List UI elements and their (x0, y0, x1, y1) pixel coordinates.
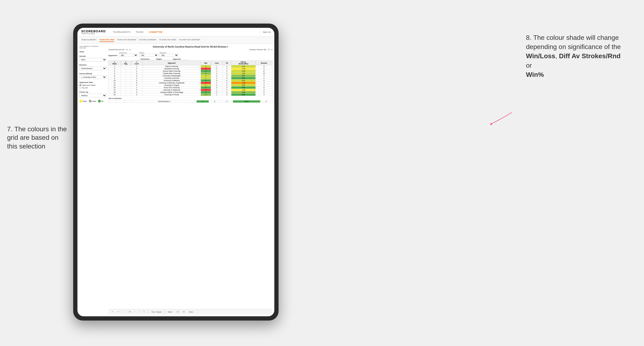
td-ood-reg (116, 100, 124, 103)
td-diff-3: 1.83 (231, 72, 256, 75)
toolbar-redo[interactable]: ↪ (116, 310, 120, 313)
td-diff-11: 4.50 (231, 91, 256, 94)
legend-down: Down (79, 100, 87, 103)
td-win-0: 2 (201, 65, 211, 68)
sub-nav-player-h2h-grid[interactable]: PLAYER H2H GRID (159, 38, 176, 42)
gender-select[interactable]: Men's (79, 58, 106, 61)
td-reg-3: - (121, 72, 131, 75)
annotation-bold-diffav: Diff Av Strokes/Rnd (559, 52, 621, 60)
td-rounds-9: 9 (256, 86, 272, 89)
toolbar-undo[interactable]: ↩ (111, 310, 114, 313)
td-tie-9: 0 (222, 86, 231, 89)
toolbar-grid[interactable]: ⊞ (182, 310, 186, 313)
sidebar-opponent-view: Opponent View Opponents Played Top 100 (79, 81, 106, 89)
td-ood-diff: 26.00 (233, 100, 260, 103)
td-reg-2: - (121, 70, 131, 72)
td-rank-3: 6 (108, 72, 121, 75)
td-tie-8: 0 (222, 84, 231, 86)
toolbar-tools[interactable]: ⊞ (128, 310, 132, 313)
td-tie-1: 0 (222, 68, 231, 70)
table-row: 16 - 2 University of Florida 3 1 0 6.62 … (108, 94, 272, 96)
sidebar: Last Updated: 27/03/2024 16:55:38 Team G… (79, 45, 106, 314)
filter-conference-label: Conference (119, 52, 138, 53)
td-tie-5: 0 (222, 77, 231, 79)
td-tie-12: 0 (222, 94, 231, 96)
td-rank-4: 8 (108, 75, 121, 77)
nav-teams[interactable]: TEAMS (134, 30, 146, 34)
td-rank-9: 13 (108, 86, 121, 89)
sub-nav-player-summary[interactable]: PLAYER SUMMARY (139, 38, 156, 42)
th-opponent: Opponent (142, 61, 201, 65)
toolbar-back[interactable]: ← (122, 311, 126, 313)
filter-opponent-group: Opponent (All) (160, 52, 178, 57)
content-area: Last Updated: 27/03/2024 16:55:38 Team G… (78, 44, 274, 316)
radio-top100[interactable]: Top 100 (79, 87, 106, 89)
legend-dot-up (98, 100, 101, 103)
td-diff-0: 1.67 (231, 65, 256, 68)
td-rank-1: 3 (108, 68, 121, 70)
table-row: 6 - 2 Florida State University 4 2 0 1.8… (108, 72, 272, 75)
colour-by-select[interactable]: Win/loss (79, 94, 106, 97)
sidebar-gender-section: Gender Men's (79, 55, 106, 61)
sign-out-link[interactable]: Sign out (260, 31, 270, 33)
td-win-10: 0 (201, 89, 211, 91)
th-reg: #Reg (121, 61, 131, 65)
toolbar-settings[interactable]: ⋯ (134, 310, 138, 313)
toolbar-comment[interactable]: 💬 (176, 310, 180, 313)
toolbar-clock[interactable]: 🕐 (142, 310, 146, 313)
td-diff-7: -4.33 (231, 82, 256, 84)
th-diff: Diff AvStrokes/Rnd (231, 61, 256, 65)
td-opponent-11: Georgia Institute of Technology (142, 91, 201, 94)
radio-opponents-played[interactable]: Opponents Played (79, 84, 106, 86)
table-row: 13 - 1 Texas Tech University 3 0 0 5.56 … (108, 86, 272, 89)
grid-subtitle: Overall Record: 89 - 17 - 0 Division Rec… (108, 48, 272, 51)
filter-region-label: Region (139, 52, 158, 53)
sub-nav-team-h2h-heatmap[interactable]: TEAM H2H HEATMAP (117, 38, 136, 42)
td-loss-10: 1 (211, 89, 222, 91)
division-label: Division (79, 64, 106, 66)
legend-up: Up (98, 100, 104, 103)
td-win-11: 5 (201, 91, 211, 94)
td-ood-opponent: NCAA Division II (132, 100, 197, 103)
td-diff-4: 3.67 (231, 75, 256, 77)
td-rounds-1: 8 (256, 68, 272, 70)
td-rounds-11: 9 (256, 91, 272, 94)
annotation-right: 8. The colour shade will change dependin… (526, 33, 625, 79)
arrow-right-icon (490, 111, 514, 125)
nav-tournaments[interactable]: TOURNAMENTS (110, 30, 133, 34)
toolbar-view[interactable]: View: Original (150, 311, 163, 313)
division-select[interactable]: NCAA Division I (79, 67, 106, 70)
school-select[interactable]: 1. University of Nort... (79, 75, 106, 79)
filter-region-select[interactable]: (All) (139, 54, 158, 57)
td-win-9: 3 (201, 86, 211, 89)
sub-nav-team-summary[interactable]: TEAM SUMMARY (81, 38, 96, 42)
radio-dot-top100 (79, 87, 81, 89)
td-conf-3: 2 (131, 72, 142, 75)
td-reg-6: - (121, 79, 131, 82)
table-row: 8 - 2 University of Washington 1 0 0 3.6… (108, 75, 272, 77)
opponent-view-label: Opponent View (79, 81, 106, 83)
sub-nav-team-h2h-grid[interactable]: TEAM H2H GRID (100, 38, 114, 42)
col-group-headers: Conference Region Opponent (108, 58, 272, 60)
td-diff-5: 9.00 (231, 77, 256, 79)
toolbar-watch[interactable]: Watch (167, 311, 174, 313)
td-win-2: 5 (201, 70, 211, 72)
toolbar-share[interactable]: Share (188, 311, 194, 313)
td-rounds-12: 9 (256, 94, 272, 96)
filter-opponent-select[interactable]: (All) (160, 54, 178, 57)
nav-committee[interactable]: COMMITTEE (146, 30, 165, 34)
toolbar-divider-1 (140, 310, 140, 314)
td-opponent-7: University of Arkansas, Fayetteville (142, 82, 201, 84)
td-rounds-5: 2 (256, 77, 272, 79)
out-of-division-table: NCAA Division II 1 0 0 26.00 3 (108, 100, 272, 103)
sub-nav-player-h2h-heatmap[interactable]: PLAYER H2H HEATMAP (179, 38, 200, 42)
td-diff-2: 2.28 (231, 70, 256, 72)
td-tie-7: 0 (222, 82, 231, 84)
td-opponent-1: Vanderbilt University (142, 68, 201, 70)
td-opponent-4: University of Washington (142, 75, 201, 77)
table-wrap: #Rank #Reg #Conf Opponent Win Loss Tie D… (108, 61, 272, 309)
td-opponent-12: University of Florida (142, 94, 201, 96)
filter-conference-select[interactable]: (All) (119, 54, 138, 57)
td-loss-9: 0 (211, 86, 222, 89)
gender-label: Gender (79, 55, 106, 57)
